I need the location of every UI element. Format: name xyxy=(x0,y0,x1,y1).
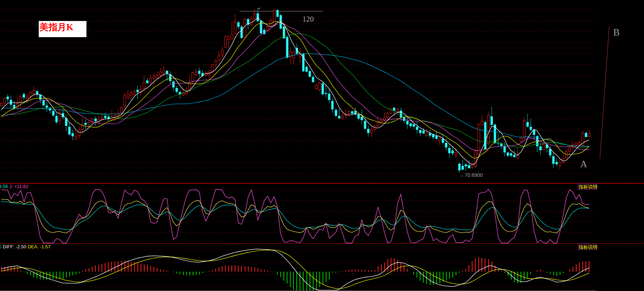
svg-text:120: 120 xyxy=(302,15,314,23)
svg-text:5 DIFF: -2.50 DEA: -1.57: 5 DIFF: -2.50 DEA: -1.57 xyxy=(0,244,51,249)
svg-text:指标说明: 指标说明 xyxy=(578,184,597,189)
svg-text:3.56 J: +11.82: 3.56 J: +11.82 xyxy=(0,184,28,189)
svg-text:美指月K: 美指月K xyxy=(39,22,74,32)
svg-text:A: A xyxy=(580,159,587,169)
svg-text:指标说明: 指标说明 xyxy=(578,244,597,250)
svg-text:←70.6900: ←70.6900 xyxy=(460,172,483,178)
svg-text:B: B xyxy=(613,27,620,38)
